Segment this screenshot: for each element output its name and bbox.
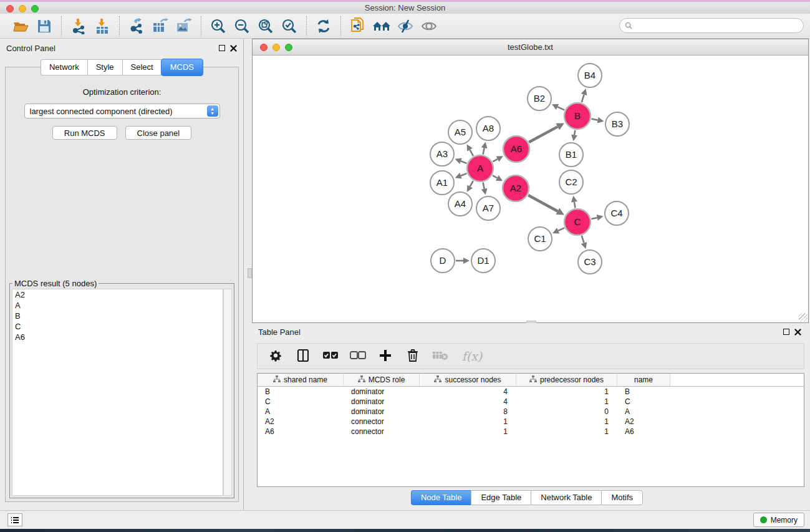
edge-B-B4[interactable] — [582, 95, 584, 102]
select-all-button[interactable] — [321, 347, 340, 365]
cell-shared-name[interactable]: A2 — [258, 417, 344, 426]
network-file-button[interactable] — [347, 17, 369, 36]
unselect-all-button[interactable] — [349, 347, 367, 365]
cell-MCDS-role[interactable]: dominator — [344, 407, 420, 416]
show-panel-button[interactable] — [418, 17, 440, 36]
criterion-select[interactable]: largest connected component (directed) ▲… — [24, 104, 220, 118]
cell-MCDS-role[interactable]: connector — [344, 427, 420, 436]
cell-successor-nodes[interactable]: 1 — [420, 427, 516, 436]
tab-select[interactable]: Select — [122, 59, 162, 75]
zoom-in-button[interactable] — [208, 17, 229, 36]
column-header-MCDS-role[interactable]: MCDS role — [344, 374, 420, 386]
node-table[interactable]: shared nameMCDS rolesuccessor nodesprede… — [257, 373, 804, 487]
cell-predecessor-nodes[interactable]: 0 — [516, 407, 617, 416]
import-table-button[interactable] — [92, 17, 113, 36]
close-table-panel-icon[interactable] — [794, 329, 801, 336]
cell-MCDS-role[interactable]: connector — [344, 417, 420, 426]
network-canvas[interactable]: B4B2BB3A8A5A6A3B1AA1C2A2A4A7C4CC1DD1C3 — [253, 56, 808, 322]
open-folder-button[interactable] — [10, 17, 31, 36]
float-table-panel-icon[interactable] — [783, 329, 789, 335]
import-network-button[interactable] — [68, 17, 89, 36]
tab-node-table[interactable]: Node Table — [411, 490, 471, 505]
column-header-shared-name[interactable]: shared name — [258, 374, 344, 386]
tab-motifs[interactable]: Motifs — [601, 490, 643, 505]
home-network-button[interactable] — [371, 17, 392, 36]
cell-name[interactable]: B — [617, 387, 670, 396]
export-table-button[interactable] — [150, 17, 171, 36]
close-panel-icon[interactable] — [230, 45, 237, 52]
cell-shared-name[interactable]: C — [258, 397, 344, 406]
tab-style[interactable]: Style — [87, 59, 122, 75]
network-maximize-icon[interactable] — [285, 44, 292, 51]
run-mcds-button[interactable]: Run MCDS — [52, 126, 117, 140]
export-network-button[interactable] — [126, 17, 147, 36]
edge-C-C3[interactable] — [582, 236, 584, 243]
memory-button[interactable]: Memory — [753, 513, 804, 527]
edge-C-C2[interactable] — [574, 202, 576, 208]
cell-successor-nodes[interactable]: 1 — [420, 417, 516, 426]
network-minimize-icon[interactable] — [272, 44, 280, 51]
cell-shared-name[interactable]: A6 — [258, 427, 344, 436]
result-list-item[interactable]: A2 — [12, 289, 223, 300]
edge-C-C4[interactable] — [591, 218, 597, 219]
edge-A-A6[interactable] — [493, 159, 498, 162]
tab-network-table[interactable]: Network Table — [531, 490, 601, 505]
close-window-icon[interactable] — [6, 5, 14, 12]
edge-A-A2[interactable] — [493, 175, 497, 178]
edge-A-A8[interactable] — [483, 148, 485, 154]
network-graph[interactable]: B4B2BB3A8A5A6A3B1AA1C2A2A4A7C4CC1DD1C3 — [253, 56, 808, 322]
table-row[interactable]: A2connector11A2 — [258, 417, 804, 427]
cell-name[interactable]: A2 — [617, 417, 670, 426]
zoom-out-button[interactable] — [231, 17, 253, 36]
cell-shared-name[interactable]: B — [258, 387, 344, 396]
result-list-item[interactable]: A — [12, 300, 223, 311]
task-history-button[interactable] — [7, 513, 22, 526]
export-image-button[interactable] — [173, 17, 195, 36]
edge-B-B3[interactable] — [592, 119, 598, 120]
refresh-button[interactable] — [313, 17, 334, 36]
cell-MCDS-role[interactable]: dominator — [344, 387, 420, 396]
search-input[interactable] — [636, 21, 798, 30]
edge-A-A4[interactable] — [470, 181, 473, 186]
search-field[interactable] — [619, 18, 804, 33]
network-close-icon[interactable] — [260, 44, 268, 51]
maximize-window-icon[interactable] — [31, 5, 39, 12]
edge-A-A7[interactable] — [483, 183, 485, 189]
tab-network[interactable]: Network — [41, 59, 87, 75]
tab-edge-table[interactable]: Edge Table — [471, 490, 531, 505]
cell-successor-nodes[interactable]: 4 — [420, 387, 516, 396]
zoom-selected-button[interactable] — [279, 17, 300, 36]
add-button[interactable] — [376, 347, 395, 365]
table-row[interactable]: Cdominator41C — [258, 397, 804, 407]
gear-button[interactable] — [266, 347, 285, 365]
column-header-successor-nodes[interactable]: successor nodes — [420, 374, 516, 386]
resize-grip-icon[interactable] — [799, 313, 808, 322]
cell-MCDS-role[interactable]: dominator — [344, 397, 420, 406]
edge-B-B1[interactable] — [574, 130, 575, 135]
result-scrollbar[interactable] — [223, 289, 232, 496]
cell-successor-nodes[interactable]: 4 — [420, 397, 516, 406]
edge-C-C1[interactable] — [558, 228, 564, 230]
cell-name[interactable]: A — [617, 407, 670, 416]
select-stepper-icon[interactable]: ▲▼ — [207, 105, 218, 117]
mcds-result-list[interactable]: A2ABCA6 — [12, 289, 223, 496]
table-row[interactable]: A6connector11A6 — [258, 427, 804, 437]
cell-predecessor-nodes[interactable]: 1 — [516, 397, 617, 406]
cell-name[interactable]: A6 — [617, 427, 670, 436]
tab-mcds[interactable]: MCDS — [161, 59, 203, 76]
cell-shared-name[interactable]: A — [258, 407, 344, 416]
result-list-item[interactable]: C — [12, 321, 223, 332]
edge-B-B2[interactable] — [557, 107, 564, 110]
splitter-handle-vertical[interactable] — [248, 268, 252, 278]
cell-predecessor-nodes[interactable]: 1 — [516, 387, 617, 396]
table-row[interactable]: Bdominator41B — [258, 387, 804, 397]
columns-button[interactable] — [294, 347, 312, 365]
edge-A2-C[interactable] — [528, 195, 557, 211]
cell-successor-nodes[interactable]: 8 — [420, 407, 516, 416]
edge-A-A3[interactable] — [461, 161, 467, 163]
cell-name[interactable]: C — [617, 397, 670, 406]
result-list-item[interactable]: B — [12, 311, 223, 321]
save-button[interactable] — [34, 17, 55, 36]
result-list-item[interactable]: A6 — [12, 332, 223, 342]
cell-predecessor-nodes[interactable]: 1 — [516, 427, 617, 436]
